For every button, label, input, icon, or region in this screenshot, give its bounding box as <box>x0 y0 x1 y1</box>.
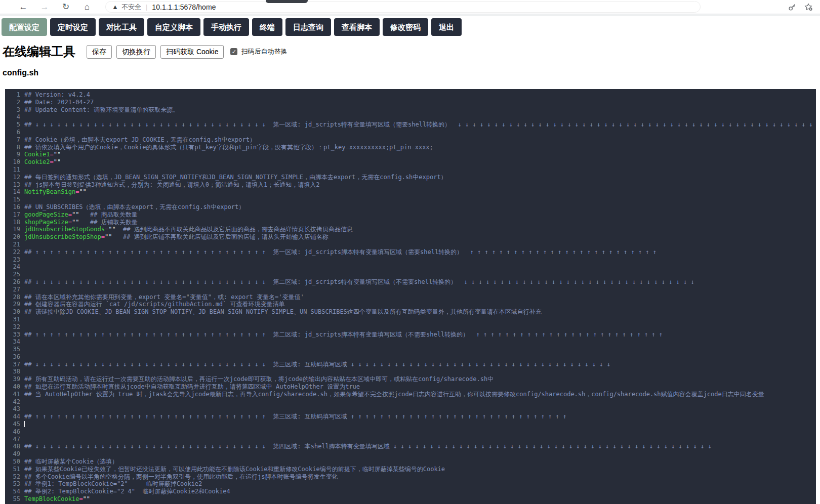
code-line[interactable]: 33## ↑ ↑ ↑ ↑ ↑ ↑ ↑ ↑ ↑ ↑ ↑ ↑ ↑ ↑ ↑ ↑ ↑ ↑… <box>5 331 816 339</box>
code-line[interactable]: 9Cookie1="" <box>5 151 816 158</box>
nav-button[interactable]: 定时设定 <box>50 18 96 36</box>
code-line[interactable]: 35 <box>5 346 816 353</box>
warning-icon[interactable]: ▲ <box>112 4 118 10</box>
line-number: 28 <box>5 293 24 301</box>
line-number: 52 <box>5 473 24 481</box>
code-line[interactable]: 55TempBlockCookie="" <box>5 495 816 503</box>
code-line[interactable]: 39## 所有互助码活动，请在运行过一次需要互助的活动脚本以后，再运行一次jco… <box>5 375 816 383</box>
code-line[interactable]: 53## 举例1: TempBlockCookie="2" 临时屏蔽掉Cooki… <box>5 480 816 488</box>
auto-replace-checkbox[interactable]: ✓ <box>230 48 237 55</box>
code-line[interactable]: 41## 当 AutoHelpOther 设置为 true 时，jtask会先导… <box>5 391 816 398</box>
nav-button[interactable]: 终端 <box>252 18 282 36</box>
code-line[interactable]: 11 <box>5 166 816 174</box>
nav-button[interactable]: 退出 <box>431 18 462 36</box>
nav-button[interactable]: 修改密码 <box>383 18 428 36</box>
code-line[interactable]: 26## ↓ ↓ ↓ ↓ ↓ ↓ ↓ ↓ ↓ ↓ ↓ ↓ ↓ ↓ ↓ ↓ ↓ ↓… <box>5 278 816 286</box>
code-line[interactable]: 5## ↓ ↓ ↓ ↓ ↓ ↓ ↓ ↓ ↓ ↓ ↓ ↓ ↓ ↓ ↓ ↓ ↓ ↓ … <box>5 121 816 129</box>
code-line[interactable]: 40## 如想在运行互助活动脚本时直接从jcode中自动获取互助码并进行互助，请… <box>5 383 816 391</box>
tab-notch <box>266 0 308 3</box>
code-line[interactable]: 17goodPageSize="" ## 商品取关数量 <box>5 211 816 219</box>
line-number: 15 <box>5 196 24 203</box>
nav-button[interactable]: 对比工具 <box>99 18 144 36</box>
nav-button[interactable]: 查看脚本 <box>334 18 380 36</box>
line-number: 39 <box>5 375 24 383</box>
code-line[interactable]: 28## 请在本区域补充其他你需要用到变量，export 变量名="变量值"，或… <box>5 293 816 301</box>
code-line[interactable]: 51## 如果某些Cookie已经失效了，但暂时还没法更新，可以使用此功能在不删… <box>5 466 816 473</box>
code-line[interactable]: 8## 请依次填入每个用户的Cookie，Cookie的具体形式（只有pt_ke… <box>5 144 816 151</box>
code-line[interactable]: 14NotifyBeanSign="" <box>5 188 816 196</box>
nav-button[interactable]: 自定义脚本 <box>147 18 200 36</box>
code-line[interactable]: 25 <box>5 271 816 278</box>
code-line[interactable]: 19jdUnsubscribeStopGoods="" ## 遇到此商品不再取关… <box>5 226 816 233</box>
site-navbar: 配置设定定时设定对比工具自定义脚本手动执行终端日志查询查看脚本修改密码退出 <box>0 16 820 36</box>
forward-icon[interactable]: → <box>39 0 50 14</box>
code-line[interactable]: 46 <box>5 428 816 436</box>
code-line[interactable]: 2## Date: 2021-04-27 <box>5 99 816 106</box>
code-line[interactable]: 4 <box>5 113 816 121</box>
auto-replace-option: ✓ 扫码后自动替换 <box>230 47 287 56</box>
line-number: 23 <box>5 256 24 264</box>
code-line[interactable]: 27 <box>5 286 816 293</box>
code-line[interactable]: 43 <box>5 405 816 413</box>
nav-button[interactable]: 手动执行 <box>203 18 249 36</box>
code-line[interactable]: 50## 临时屏蔽某个Cookie（选填） <box>5 458 816 466</box>
reload-icon[interactable]: ↻ <box>61 0 71 14</box>
code-line[interactable]: 54## 举例2: TempBlockCookie="2 4" 临时屏蔽掉Coo… <box>5 488 816 495</box>
line-number: 53 <box>5 480 24 488</box>
code-line[interactable]: 13## js脚本每日签到提供3种通知方式，分别为: 关闭通知，请填入0；简洁通… <box>5 181 816 189</box>
line-number: 49 <box>5 450 24 458</box>
code-line[interactable]: 29## 创建容器后在容器内运行 `cat /jd/scripts/github… <box>5 301 816 308</box>
nav-button[interactable]: 日志查询 <box>285 18 331 36</box>
code-line[interactable]: 38 <box>5 368 816 375</box>
back-icon[interactable]: ← <box>18 0 28 14</box>
code-line[interactable]: 48## ↓ ↓ ↓ ↓ ↓ ↓ ↓ ↓ ↓ ↓ ↓ ↓ ↓ ↓ ↓ ↓ ↓ ↓… <box>5 443 816 450</box>
url-separator: | <box>146 3 147 11</box>
code-line[interactable]: 52## 多个Cookie编号以半角的空格分隔，两侧一对半角双引号，使用此功能后… <box>5 473 816 481</box>
code-line[interactable]: 49 <box>5 450 816 458</box>
code-line[interactable]: 15 <box>5 196 816 203</box>
code-line[interactable]: 24 <box>5 263 816 271</box>
code-line[interactable]: 10Cookie2="" <box>5 158 816 166</box>
url-text[interactable]: 10.1.1.1:5678/home <box>152 3 216 11</box>
nav-button[interactable]: 配置设定 <box>2 18 47 36</box>
toolbar-button[interactable]: 保存 <box>87 45 112 59</box>
line-number: 1 <box>5 91 24 99</box>
code-line[interactable]: 31 <box>5 316 816 323</box>
code-line[interactable]: 36 <box>5 353 816 361</box>
code-line[interactable]: 21 <box>5 241 816 248</box>
code-line[interactable]: 6 <box>5 129 816 136</box>
code-line[interactable]: 18shopPageSize="" ## 店铺取关数量 <box>5 219 816 226</box>
code-line[interactable]: 20jdUnsubscribeStopShop="" ## 遇到此店铺不再取关此… <box>5 233 816 241</box>
code-line[interactable]: 3## Update Content: 调整环境变量清单的获取来源。 <box>5 106 816 114</box>
line-number: 13 <box>5 181 24 189</box>
code-line[interactable]: 30## 该链接中除JD_COOKIE、JD_BEAN_SIGN_STOP_NO… <box>5 308 816 316</box>
code-line[interactable]: 32 <box>5 323 816 331</box>
code-line[interactable]: 23 <box>5 256 816 264</box>
line-number: 37 <box>5 361 24 368</box>
code-line[interactable]: 44## ↑ ↑ ↑ ↑ ↑ ↑ ↑ ↑ ↑ ↑ ↑ ↑ ↑ ↑ ↑ ↑ ↑ ↑… <box>5 413 816 421</box>
code-line[interactable]: 34 <box>5 338 816 346</box>
code-line[interactable]: 37## ↓ ↓ ↓ ↓ ↓ ↓ ↓ ↓ ↓ ↓ ↓ ↓ ↓ ↓ ↓ ↓ ↓ ↓… <box>5 361 816 368</box>
line-number: 5 <box>5 121 24 129</box>
page-title: 在线编辑工具 <box>3 45 75 59</box>
code-line[interactable]: 1## Version: v4.2.4 <box>5 91 816 99</box>
code-line[interactable]: 12## 每日签到的通知形式（选填，JD_BEAN_SIGN_STOP_NOTI… <box>5 174 816 181</box>
key-icon[interactable] <box>788 3 796 11</box>
line-number: 44 <box>5 413 24 421</box>
toolbar-button[interactable]: 扫码获取 Cookie <box>160 45 224 59</box>
address-bar[interactable]: ▲ 不安全 | 10.1.1.1:5678/home <box>105 1 701 13</box>
code-line[interactable]: 16## UN_SUBSCRIBES（选填，由脚本去export，无需在conf… <box>5 203 816 211</box>
favorite-add-icon[interactable] <box>804 3 813 11</box>
toolbar-button[interactable]: 切换换行 <box>116 45 156 59</box>
code-line[interactable]: 22## ↑ ↑ ↑ ↑ ↑ ↑ ↑ ↑ ↑ ↑ ↑ ↑ ↑ ↑ ↑ ↑ ↑ ↑… <box>5 248 816 256</box>
code-line[interactable]: 42 <box>5 398 816 406</box>
code-line[interactable]: 45 <box>5 421 816 428</box>
line-number: 3 <box>5 106 24 114</box>
home-icon[interactable]: ⌂ <box>82 0 92 14</box>
code-editor[interactable]: 1## Version: v4.2.42## Date: 2021-04-273… <box>5 89 816 504</box>
line-number: 54 <box>5 488 24 495</box>
line-number: 14 <box>5 188 24 196</box>
code-line[interactable]: 47 <box>5 436 816 443</box>
code-line[interactable]: 7## Cookie（必填，由脚本去export JD_COOKIE，无需在co… <box>5 136 816 144</box>
line-number: 26 <box>5 278 24 286</box>
